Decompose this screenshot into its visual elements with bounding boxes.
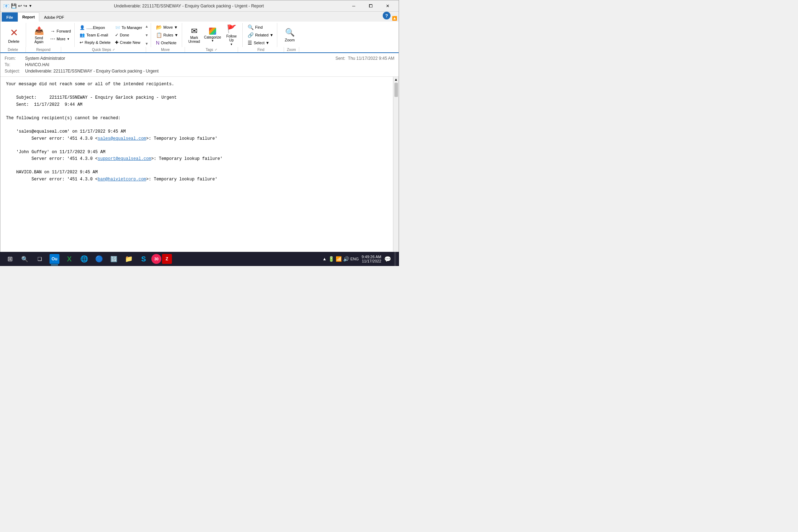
find-col: 🔍 Find 🔗 Related ▼ ☰ Select ▼ xyxy=(246,24,275,46)
quick-steps-expand-icon[interactable]: ⤢ xyxy=(112,48,115,51)
notification-icon[interactable]: 💬 xyxy=(384,256,391,262)
move-group-label-text: Move xyxy=(161,48,169,52)
save-icon[interactable]: 💾 xyxy=(11,3,17,8)
more-label: More xyxy=(57,37,65,41)
scroll-down-button[interactable]: ▼ xyxy=(145,33,149,37)
rules-button[interactable]: 📋 Rules ▼ xyxy=(155,31,180,39)
taskbar-app1[interactable]: 30 xyxy=(151,254,161,264)
volume-icon[interactable]: 🔊 xyxy=(343,256,349,262)
onenote-button[interactable]: N OneNote xyxy=(155,39,180,46)
to-manager-button[interactable]: 📨 To Manager xyxy=(114,24,144,31)
body-recipient-1: 'sales@equalseal.com' on 11/17/2022 9:45… xyxy=(6,128,384,135)
elepon-icon: 👤 xyxy=(80,25,85,30)
find-label: Find xyxy=(255,25,262,29)
from-label: From: xyxy=(5,56,22,61)
taskbar: ⊞ 🔍 ❑ Ou X 🌐 🔵 🔢 📁 S 30 Z ▲ 🔋 📶 🔊 ENG xyxy=(0,252,399,266)
follow-up-label: FollowUp xyxy=(226,34,237,42)
related-label: Related ▼ xyxy=(255,33,273,37)
scroll-up-arrow[interactable]: ▲ xyxy=(394,77,399,82)
mark-unread-label: MarkUnread xyxy=(188,36,200,44)
more-button[interactable]: ⋯ More ▼ xyxy=(49,35,72,42)
ribbon: ✕ Delete 📤 SendAgain → Forward xyxy=(0,22,399,53)
follow-up-icon: 🚩 xyxy=(227,24,236,34)
categorize-label: Categorize xyxy=(204,35,221,39)
elepon-button[interactable]: 👤 ......Elepon xyxy=(78,24,112,31)
categorize-button[interactable]: Categorize ▼ xyxy=(204,28,221,42)
forward-button[interactable]: → Forward xyxy=(49,28,72,35)
maximize-button[interactable]: ⧠ xyxy=(363,1,379,11)
team-email-button[interactable]: 👥 Team E-mail xyxy=(78,31,112,39)
delete-group-label-text: Delete xyxy=(8,48,18,52)
reply-delete-button[interactable]: ↩ Reply & Delete xyxy=(78,39,112,46)
body-sent-line: Sent: 11/17/2022 9:44 AM xyxy=(6,102,384,108)
body-error-2: Server error: '451 4.3.0 <support@equals… xyxy=(6,156,384,162)
taskbar-files[interactable]: 📁 xyxy=(122,252,136,266)
categorize-icon xyxy=(209,28,216,35)
find-group-label: Find xyxy=(238,47,284,52)
forward-more-col: → Forward ⋯ More ▼ xyxy=(49,23,72,47)
done-icon: ✓ xyxy=(115,33,118,37)
to-row: To: HAVICO.HAI xyxy=(5,62,394,68)
tags-expand-icon[interactable]: ⤢ xyxy=(215,48,217,51)
send-again-label: SendAgain xyxy=(34,36,44,44)
show-hidden-icon[interactable]: ▲ xyxy=(323,256,327,261)
taskbar-left: ⊞ 🔍 ❑ Ou X 🌐 🔵 🔢 📁 S 30 Z xyxy=(3,252,172,266)
email-header: From: System Administrator Sent: Thu 11/… xyxy=(0,53,399,77)
tags-content: ✉ MarkUnread Categorize ▼ 🚩 FollowUp ▼ xyxy=(186,23,240,47)
help-button[interactable]: ? xyxy=(383,12,391,19)
move-button[interactable]: 📂 Move ▼ xyxy=(155,24,180,31)
tab-file[interactable]: File xyxy=(2,12,18,22)
show-desktop-button[interactable] xyxy=(394,252,396,266)
delete-icon: ✕ xyxy=(10,27,18,39)
delete-group-content: ✕ Delete xyxy=(4,23,24,47)
send-again-button[interactable]: 📤 SendAgain xyxy=(30,24,48,46)
outlook-icon: Ou xyxy=(50,254,59,264)
close-button[interactable]: ✕ xyxy=(380,1,396,11)
elepon-label: ......Elepon xyxy=(86,25,105,30)
quick-steps-arrows: ▲ ▼ ▼ xyxy=(145,24,149,46)
taskbar-excel[interactable]: X xyxy=(62,252,76,266)
task-view-button[interactable]: ❑ xyxy=(33,252,47,266)
quick-steps-group-label: Quick Steps ⤢ xyxy=(61,47,146,52)
taskbar-browser[interactable]: 🌐 xyxy=(77,252,91,266)
rules-label: Rules ▼ xyxy=(163,33,178,37)
tab-adobe-pdf[interactable]: Adobe PDF xyxy=(39,12,69,22)
expand-button[interactable]: ▼ xyxy=(145,42,149,46)
tab-report[interactable]: Report xyxy=(18,12,39,22)
scrollbar[interactable]: ▲ ▼ xyxy=(393,77,399,266)
taskbar-calculator[interactable]: 🔢 xyxy=(107,252,121,266)
link-sales[interactable]: sales@equalseal.com xyxy=(98,136,146,141)
mark-unread-button[interactable]: ✉ MarkUnread xyxy=(186,25,203,45)
forward-label: Forward xyxy=(57,29,71,33)
scroll-track[interactable] xyxy=(393,82,399,260)
scroll-thumb[interactable] xyxy=(394,83,398,97)
start-button[interactable]: ⊞ xyxy=(3,252,17,266)
to-label: To: xyxy=(5,62,22,67)
collapse-ribbon-button[interactable]: 🔼 xyxy=(392,16,397,21)
taskbar-skype[interactable]: S xyxy=(137,252,151,266)
undo-icon[interactable]: ↩ xyxy=(18,3,22,8)
taskbar-app2[interactable]: Z xyxy=(162,254,172,264)
customize-icon[interactable]: ▼ xyxy=(29,4,32,8)
zoom-button[interactable]: 🔍 Zoom xyxy=(281,27,299,44)
ribbon-buttons-area: ✕ Delete 📤 SendAgain → Forward xyxy=(0,22,399,47)
select-button[interactable]: ☰ Select ▼ xyxy=(246,39,275,46)
follow-up-button[interactable]: 🚩 FollowUp ▼ xyxy=(222,24,240,47)
create-new-button[interactable]: ✚ Create New xyxy=(114,39,144,46)
search-button[interactable]: 🔍 xyxy=(18,252,32,266)
zoom-content: 🔍 Zoom xyxy=(281,23,299,47)
related-button[interactable]: 🔗 Related ▼ xyxy=(246,31,275,39)
find-button[interactable]: 🔍 Find xyxy=(246,24,275,31)
scroll-up-button[interactable]: ▲ xyxy=(145,24,149,28)
taskbar-chrome[interactable]: 🔵 xyxy=(92,252,106,266)
link-support[interactable]: support@equalseal.com xyxy=(98,156,151,161)
related-icon: 🔗 xyxy=(248,32,254,38)
redo-icon[interactable]: ↪ xyxy=(23,3,27,8)
link-ban[interactable]: ban@haivietcorp.com xyxy=(98,177,146,182)
taskbar-outlook[interactable]: Ou xyxy=(47,252,62,266)
delete-button[interactable]: ✕ Delete xyxy=(4,24,24,46)
taskbar-right: ▲ 🔋 📶 🔊 ENG 9:49:26 AM 11/17/2022 💬 xyxy=(323,252,396,266)
minimize-button[interactable]: ─ xyxy=(346,1,362,11)
quick-steps-group: 👤 ......Elepon 👥 Team E-mail ↩ Reply & D… xyxy=(76,23,151,47)
done-button[interactable]: ✓ Done xyxy=(114,31,144,39)
